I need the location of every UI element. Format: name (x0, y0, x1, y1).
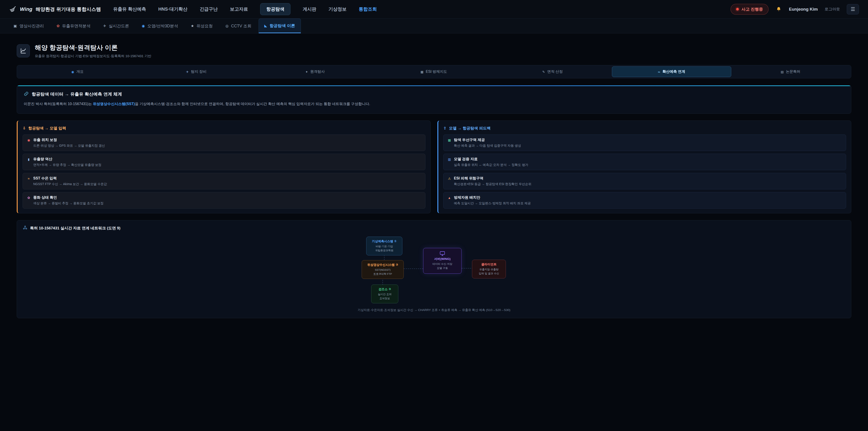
item-description: 실측 유출유 위치 ↔ 예측값 오차 분석 → 정확도 평가 (454, 163, 842, 167)
topnav-item-rescue[interactable]: 긴급구난 (199, 3, 218, 15)
app-logo[interactable]: Wing 해양환경 위기대응 통합시스템 (9, 5, 101, 13)
item-title: 탐색 우선구역 제공 (454, 137, 485, 143)
image-grid-icon: ▣ (13, 24, 17, 28)
system-name: 해양환경 위기대응 통합시스템 (36, 6, 101, 12)
item-description: 면적×두께 → 유량 추정 → 확산모델 유출량 보정 (33, 163, 422, 167)
node-line: SST(NGSST) (365, 268, 401, 272)
item-title-row: ▮ 유출량 역산 (26, 157, 422, 162)
node-line: 실시간 조위 (374, 293, 395, 297)
topnav-item-aerial-search[interactable]: 항공탐색 (260, 3, 290, 15)
notification-bell-icon[interactable] (775, 6, 782, 13)
linkage-text-after: 을 기상예측시스템·검조소와 함께 인터넷으로 연결하여, 항공탐색 데이터가 … (135, 102, 370, 106)
ship-icon: ▲ (447, 196, 452, 199)
tab-overview[interactable]: ◉ 개요 (18, 66, 137, 77)
node-client: 클라이언트 유출지점·유출량 입력 및 결과 수신 (472, 260, 506, 278)
network-graph-icon (23, 225, 27, 231)
logout-button[interactable]: 로그아웃 (825, 6, 840, 12)
topnav-item-reports[interactable]: 보고자료 (230, 3, 248, 15)
oil-area-icon: ✿ (57, 24, 59, 28)
subnav-label: 위성요청 (196, 23, 213, 29)
node-line: 모델 구동 (426, 266, 459, 270)
tab-papers-patents[interactable]: ▤ 논문특허 (731, 66, 850, 77)
topnav-item-weather[interactable]: 기상정보 (329, 3, 346, 15)
node-line: 국립환경과학원 (369, 249, 399, 253)
subnav-label: 오염/선박3D분석 (147, 23, 178, 29)
list-item-model-validation: ▥ 모델 검증 자료 실측 유출유 위치 ↔ 예측값 오차 분석 → 정확도 평… (443, 154, 846, 170)
user-name: Eunjeong Kim (789, 7, 818, 12)
subnav-item-area-analysis[interactable]: ✿ 유출유면적분석 (51, 19, 96, 33)
subnav-item-satellite-request[interactable]: ★ 위성요청 (185, 19, 218, 33)
main-content: 해양 항공탐색·원격탐사 이론 유출유 원격탐지·항공감시 기법·ESI 방제정… (0, 33, 868, 318)
chain-link-icon (24, 91, 29, 97)
node-title: 기상예측시스템 ① (369, 239, 399, 243)
monitor-icon (426, 251, 459, 256)
overview-icon: ◉ (71, 70, 74, 74)
node-line: 바람·기온·기압 (369, 245, 399, 249)
topnav-item-board[interactable]: 게시판 (303, 3, 316, 15)
subnav-label: CCTV 조회 (231, 23, 251, 29)
list-item-priority-zone: ▦ 탐색 우선구역 제공 확산 예측 결과 → 다음 탐색 집중구역 자동 생성 (443, 134, 846, 151)
page-title-block: 해양 항공탐색·원격탐사 이론 유출유 원격탐지·항공감시 기법·ESI 방제정… (35, 43, 151, 58)
cctv-icon: ◎ (225, 24, 228, 28)
page-title: 해양 항공탐색·원격탐사 이론 (35, 43, 151, 52)
model-feedback-card: ⇧ 모델 → 항공탐색 피드백 ▦ 탐색 우선구역 제공 확산 예측 결과 → … (437, 120, 851, 213)
item-description: 색상 분류 → 증발비 추정 → 풍화모델 초기값 보정 (33, 202, 422, 206)
item-description: 확산경로×ESI 등급 → 항공탐색 ESI 현장확인 우선순위 (454, 182, 842, 186)
theory-tab-bar: ◉ 개요 ✈ 탐지 장비 ✦ 원격탐사 ▦ ESI 방제지도 ✎ 면적 산정 ∞… (17, 65, 851, 79)
item-title: 풍화 상태 확인 (33, 195, 57, 200)
subnav-item-image-management[interactable]: ▣ 영상사진관리 (8, 19, 49, 33)
model-input-card: ⇩ 항공탐색 → 모델 입력 ◉ 유출 위치 보정 드론·위성 영상 → GPS… (17, 120, 431, 213)
brand-name: Wing (20, 6, 33, 12)
subnav-label: 영상사진관리 (20, 23, 44, 29)
network-caption: 기상자료·수온자료·조석정보 실시간 수신 → CHARRY 조류 + 취송류 … (23, 308, 845, 312)
grid-map-icon: ▦ (447, 138, 452, 142)
topnav-item-spill-prediction[interactable]: 유출유 확산예측 (113, 3, 146, 15)
linkage-heading: 항공탐색 데이터 → 유출유 확산예측 연계 체계 (32, 91, 122, 97)
barrel-icon: ▮ (26, 157, 31, 161)
hamburger-menu-button[interactable]: ☰ (847, 4, 859, 14)
top-menu: 유출유 확산예측 HNS·대기확산 긴급구난 보고자료 항공탐색 게시판 기상정… (113, 3, 377, 15)
item-title-row: ◉ 유출 위치 보정 (26, 137, 422, 143)
pin-icon: ◉ (26, 138, 31, 142)
model-feedback-card-header: ⇧ 모델 → 항공탐색 피드백 (443, 126, 846, 131)
network-title: 특허 10-1567431 실시간 자료 연계 네트워크 (도면 9) (30, 225, 121, 231)
inbox-icon: ⇩ (23, 126, 26, 131)
bar-chart-icon: ▥ (447, 157, 452, 161)
tab-remote-sensing[interactable]: ✦ 원격탐사 (256, 66, 374, 77)
linkage-heading-row: 항공탐색 데이터 → 유출유 확산예측 연계 체계 (24, 91, 844, 97)
tab-label: 논문특허 (786, 69, 800, 74)
tab-prediction-linkage[interactable]: ∞ 확산예측 연계 (612, 66, 731, 77)
documents-icon: ▤ (781, 70, 784, 74)
incident-status-badge[interactable]: 사고 진행중 (731, 4, 769, 15)
item-title: 유출 위치 보정 (33, 137, 57, 143)
subnav-label: 항공탐색 이론 (270, 23, 295, 29)
tab-label: 확산예측 연계 (662, 69, 685, 74)
satellite-icon: ★ (191, 24, 194, 28)
subnav-item-theory[interactable]: ◣ 항공탐색 이론 (258, 19, 301, 33)
topnav-item-integrated-search[interactable]: 통합조회 (359, 3, 377, 15)
warning-icon: ⚠ (447, 177, 452, 180)
list-item-weathering-state: ✿ 풍화 상태 확인 색상 분류 → 증발비 추정 → 풍화모델 초기값 보정 (23, 192, 426, 209)
subnav-item-ship-3d[interactable]: ◉ 오염/선박3D분석 (136, 19, 184, 33)
node-title: 검조소 ③ (374, 287, 395, 291)
subnav-item-realtime-drone[interactable]: ✈ 실시간드론 (98, 19, 134, 33)
ship-3d-icon: ◉ (142, 24, 145, 28)
tab-detection-equipment[interactable]: ✈ 탐지 장비 (137, 66, 255, 77)
topnav-item-hns[interactable]: HNS·대기확산 (158, 3, 187, 15)
item-title-row: ▲ 방제자원 배치안 (447, 195, 842, 200)
theory-chart-icon: ◣ (264, 24, 267, 28)
item-description: 드론·위성 영상 → GPS 좌표 → 모델 유출지점 갱신 (33, 144, 422, 148)
node-wing-server: 서버(WING) 데이터 수신·저장 모델 구동 (423, 248, 462, 274)
subnav-item-cctv[interactable]: ◎ CCTV 조회 (220, 19, 257, 33)
item-description: 확산 예측 결과 → 다음 탐색 집중구역 자동 생성 (454, 144, 842, 148)
node-line: 유출지점·유출량 (475, 268, 503, 272)
item-description: 예측 도달시간 → 오일펜스·방제정 최적 배치 좌표 제공 (454, 202, 842, 206)
pencil-icon: ✎ (542, 70, 545, 74)
sst-system-link[interactable]: 위성영상수신시스템(SST) (93, 102, 135, 106)
tab-area-calculation[interactable]: ✎ 면적 산정 (493, 66, 612, 77)
tab-esi-map[interactable]: ▦ ESI 방제지도 (374, 66, 493, 77)
item-title: ESI 피해 위험구역 (454, 176, 484, 181)
linkage-overview-panel: 항공탐색 데이터 → 유출유 확산예측 연계 체계 이문진 박사 특허(등록특허… (17, 85, 851, 114)
model-input-card-header: ⇩ 항공탐색 → 모델 입력 (23, 126, 426, 131)
page-header: 해양 항공탐색·원격탐사 이론 유출유 원격탐지·항공감시 기법·ESI 방제정… (17, 43, 851, 58)
